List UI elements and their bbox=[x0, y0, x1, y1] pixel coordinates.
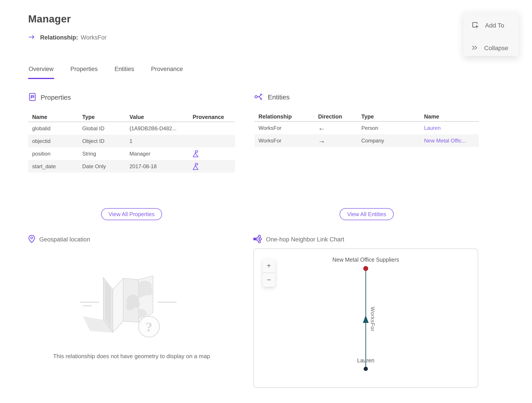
properties-table: Name Type Value Provenance globalid Glob… bbox=[28, 112, 235, 173]
table-row: objectid Object ID 1 bbox=[28, 135, 235, 147]
actions-card: Add To Collapse bbox=[463, 12, 519, 56]
view-all-entities-row: View All Entities bbox=[254, 208, 479, 220]
view-all-properties-row: View All Properties bbox=[28, 208, 235, 220]
col-provenance: Provenance bbox=[193, 114, 235, 120]
table-row: position String Manager bbox=[28, 147, 235, 160]
entities-graph-icon bbox=[254, 93, 264, 102]
add-to-icon bbox=[471, 21, 479, 30]
map-placeholder-illustration: ? bbox=[28, 254, 235, 349]
col-type: Type bbox=[82, 114, 129, 120]
provenance-flag-icon[interactable] bbox=[193, 150, 235, 157]
col-direction: Direction bbox=[318, 113, 361, 120]
entities-section: Entities Relationship Direction Type Nam… bbox=[254, 93, 479, 147]
table-row: start_date Date Only 2017-08-18 bbox=[28, 160, 235, 173]
add-to-label: Add To bbox=[485, 22, 504, 29]
node-label-person: Lauren bbox=[357, 357, 374, 364]
zoom-control: + − bbox=[263, 259, 275, 287]
node-dot-person[interactable] bbox=[364, 367, 368, 371]
node-dot-company[interactable] bbox=[363, 266, 368, 271]
entities-table-header: Relationship Direction Type Name bbox=[254, 112, 479, 122]
zoom-out-button[interactable]: − bbox=[263, 273, 275, 287]
node-label-company: New Metal Office Suppliers bbox=[332, 257, 399, 263]
col-name: Name bbox=[32, 114, 82, 120]
svg-text:?: ? bbox=[146, 319, 152, 334]
entities-title: Entities bbox=[268, 93, 290, 101]
collapse-label: Collapse bbox=[484, 45, 508, 52]
table-row: globalid Global ID {1A9DB2B6-D482... bbox=[28, 122, 235, 135]
collapse-button[interactable]: Collapse bbox=[471, 43, 519, 53]
table-row: WorksFor ← Person Lauren bbox=[254, 122, 479, 134]
zoom-in-button[interactable]: + bbox=[263, 259, 275, 273]
relationship-label: Relationship: bbox=[40, 34, 78, 41]
view-all-entities-button[interactable]: View All Entities bbox=[340, 208, 394, 220]
properties-icon bbox=[28, 93, 37, 102]
col-name: Name bbox=[424, 113, 479, 120]
direction-right-arrow: → bbox=[318, 136, 361, 145]
view-all-properties-button[interactable]: View All Properties bbox=[101, 208, 162, 220]
link-chart-canvas[interactable]: + − New Metal Office Suppliers WorksFor … bbox=[253, 248, 478, 388]
properties-section: Properties Name Type Value Provenance gl… bbox=[28, 93, 235, 173]
properties-table-header: Name Type Value Provenance bbox=[28, 112, 235, 122]
tab-provenance[interactable]: Provenance bbox=[151, 66, 183, 79]
geospatial-section: Geospatial location ? This relationship … bbox=[28, 235, 235, 360]
col-relationship: Relationship bbox=[259, 113, 318, 120]
col-value: Value bbox=[129, 114, 193, 120]
entity-link[interactable]: Lauren bbox=[424, 125, 479, 131]
table-row: WorksFor → Company New Metal Offic... bbox=[254, 134, 479, 147]
relationship-subtitle: Relationship: WorksFor bbox=[28, 34, 107, 41]
edge-label: WorksFor bbox=[369, 307, 376, 332]
properties-title: Properties bbox=[41, 94, 71, 101]
tab-entities[interactable]: Entities bbox=[114, 66, 135, 79]
tab-bar: Overview Properties Entities Provenance bbox=[28, 66, 183, 79]
map-pin-icon bbox=[28, 235, 35, 244]
link-chart-section: One-hop Neighbor Link Chart + − New Meta… bbox=[253, 235, 479, 388]
direction-left-arrow: ← bbox=[318, 124, 361, 132]
relationship-detail-page: Manager Relationship: WorksFor Add To bbox=[0, 0, 532, 403]
provenance-flag-icon[interactable] bbox=[193, 163, 235, 170]
col-type: Type bbox=[361, 113, 424, 120]
add-to-button[interactable]: Add To bbox=[471, 20, 519, 31]
geospatial-title: Geospatial location bbox=[39, 236, 90, 243]
entities-table: Relationship Direction Type Name WorksFo… bbox=[254, 112, 479, 147]
link-chart-icon bbox=[253, 235, 262, 244]
entity-link[interactable]: New Metal Offic... bbox=[424, 138, 479, 144]
properties-table-body: globalid Global ID {1A9DB2B6-D482... obj… bbox=[28, 122, 235, 173]
edge-arrow-up bbox=[363, 315, 369, 324]
tab-overview[interactable]: Overview bbox=[28, 66, 54, 79]
double-chevron-right-icon bbox=[471, 45, 478, 52]
tab-properties[interactable]: Properties bbox=[70, 66, 98, 79]
geospatial-empty-message: This relationship does not have geometry… bbox=[28, 353, 235, 360]
link-chart-title: One-hop Neighbor Link Chart bbox=[266, 236, 344, 243]
relationship-arrow-icon bbox=[28, 34, 35, 41]
page-title: Manager bbox=[28, 13, 71, 25]
entities-table-body: WorksFor ← Person Lauren WorksFor → Comp… bbox=[254, 122, 479, 147]
relationship-value: WorksFor bbox=[81, 34, 107, 41]
